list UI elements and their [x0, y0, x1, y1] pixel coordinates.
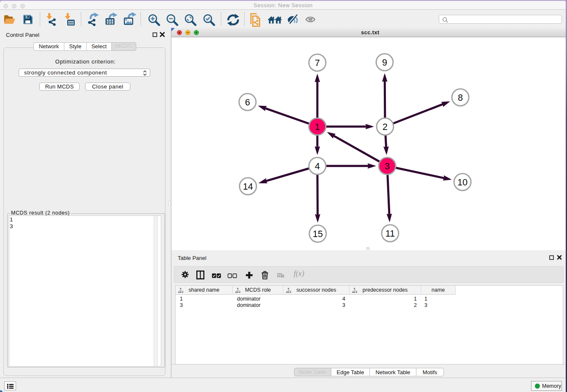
svg-text:3: 3 — [385, 161, 390, 171]
svg-text:4: 4 — [315, 161, 320, 171]
svg-text:10: 10 — [457, 177, 468, 188]
svg-text:15: 15 — [313, 229, 323, 239]
svg-text:6: 6 — [245, 97, 250, 108]
svg-text:9: 9 — [382, 58, 387, 68]
svg-text:7: 7 — [315, 58, 320, 68]
svg-text:14: 14 — [243, 182, 253, 192]
svg-text:11: 11 — [385, 229, 395, 239]
svg-text:2: 2 — [383, 122, 388, 132]
svg-text:8: 8 — [458, 93, 463, 103]
svg-text:1: 1 — [315, 122, 320, 132]
